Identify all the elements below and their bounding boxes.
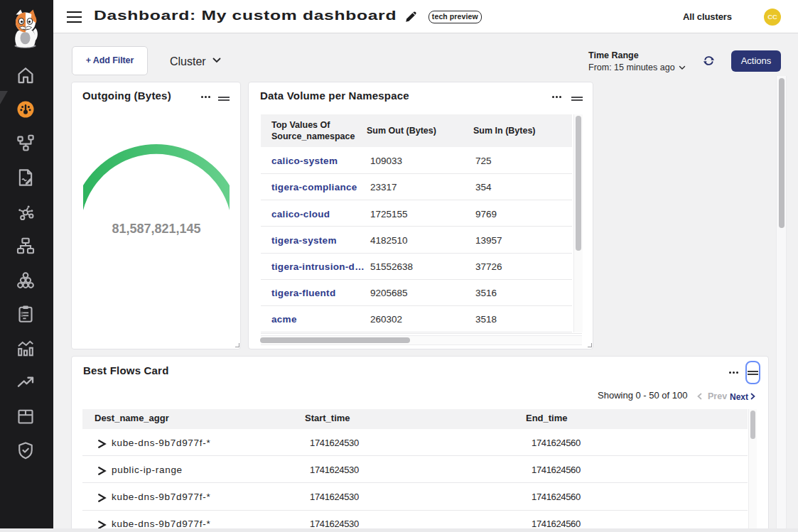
svg-text:81,587,821,145: 81,587,821,145	[112, 222, 200, 236]
